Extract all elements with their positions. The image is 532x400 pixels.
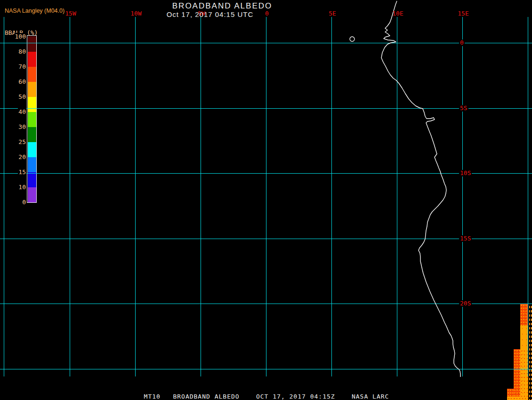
colorbar-tick-70: 70 [0, 64, 26, 70]
colorbar-tick-text: 20 [18, 153, 26, 160]
lat-label-5S: 5S [459, 105, 468, 112]
colorbar-tick-text: 0 [22, 199, 26, 206]
lon-label-0: 0 [256, 10, 278, 17]
colorbar-tick-60: 60 [0, 79, 26, 85]
colorbar-tick-text: 15 [18, 168, 26, 176]
lon-label-15E: 15E [452, 10, 474, 17]
lon-label-5E: 5E [322, 10, 343, 17]
colorbar-tick-100: 100 [0, 33, 26, 40]
albedo-data-patch-6 [528, 304, 532, 400]
colorbar-tick-text: 30 [18, 123, 26, 130]
lat-label-0: 0 [459, 40, 465, 46]
credit-label: NASA Langley (M04.0) [5, 8, 64, 14]
lat-label-10S: 10S [459, 170, 472, 176]
colorbar-segment-15-20 [28, 157, 36, 172]
albedo-data-patch-0 [520, 304, 528, 326]
colorbar-tick-text: 40 [18, 108, 26, 115]
coastline [350, 1, 460, 377]
colorbar-segment-30-40 [28, 112, 36, 127]
colorbar-tick-15: 15 [0, 169, 26, 176]
colorbar-tick-30: 30 [0, 124, 26, 130]
colorbar-tick-50: 50 [0, 94, 26, 100]
albedo-map-canvas: NASA Langley (M04.0) BROADBAND ALBEDO Oc… [0, 0, 532, 400]
africa-west-coastline [381, 1, 460, 377]
colorbar-segment-40-50 [28, 97, 36, 112]
colorbar-tick-text: 50 [18, 93, 26, 100]
colorbar-tick-80: 80 [0, 48, 26, 55]
albedo-data-patch-1 [520, 326, 528, 349]
colorbar-tick-0: 0 [0, 199, 26, 206]
footer-caption: MT10 BROADBAND ALBEDO OCT 17, 2017 04:15… [144, 393, 389, 400]
colorbar-segment-20-25 [28, 142, 36, 157]
albedo-data-patch-3 [514, 349, 520, 400]
page-title: BROADBAND ALBEDO [172, 1, 272, 11]
colorbar-segment-70-80 [28, 52, 36, 67]
island-outline [350, 37, 355, 41]
lon-label-10E: 10E [387, 10, 409, 17]
lat-label-20S: 20S [459, 300, 472, 307]
colorbar-tick-25: 25 [0, 139, 26, 145]
albedo-data-patch-4 [507, 389, 514, 397]
colorbar-tick-text: 25 [18, 138, 26, 145]
albedo-data-patch-2 [520, 349, 528, 400]
map-overlay [0, 0, 532, 400]
colorbar-segment-25-30 [28, 127, 36, 142]
colorbar-tick-text: 70 [18, 63, 26, 70]
albedo-data-patch-5 [507, 397, 528, 400]
latlon-grid [0, 17, 532, 376]
colorbar-tick-text: 100 [15, 33, 26, 40]
colorbar-tick-text: 80 [18, 48, 26, 55]
colorbar-tick-text: 10 [18, 184, 26, 191]
colorbar-segment-60-70 [28, 67, 36, 82]
timestamp-label: Oct 17, 2017 04:15 UTC [167, 10, 254, 18]
colorbar-tick-20: 20 [0, 154, 26, 160]
colorbar-tick-10: 10 [0, 184, 26, 191]
lon-label-10W: 10W [125, 10, 147, 17]
colorbar-segment-0-10 [28, 187, 36, 202]
colorbar-segment-50-60 [28, 82, 36, 97]
lat-label-15S: 15S [459, 235, 472, 242]
colorbar-segment-10-15 [28, 172, 36, 187]
colorbar-tick-40: 40 [0, 109, 26, 115]
colorbar-segment-80-100 [28, 36, 36, 52]
colorbar-tick-text: 60 [18, 78, 26, 85]
